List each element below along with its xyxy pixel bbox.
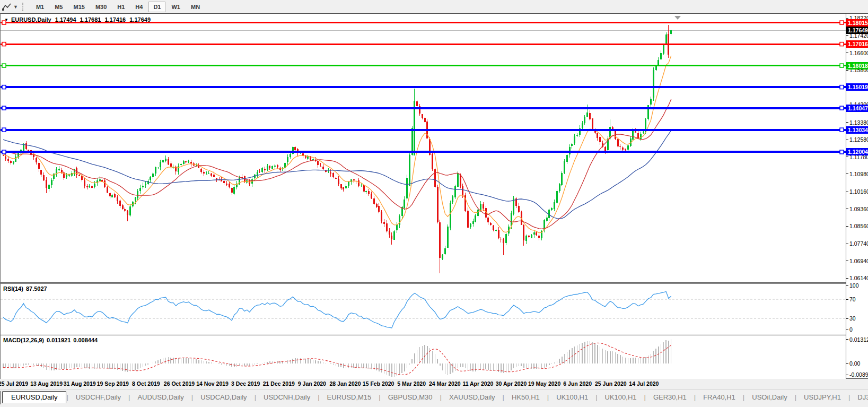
macd-scale-label: -0.00893 (849, 371, 868, 378)
axis-tick (846, 363, 848, 364)
chart-tab-uk100-h1[interactable]: UK100,H1 (598, 391, 644, 403)
rsi-value: 87.5027 (26, 285, 47, 292)
hline-handle[interactable] (840, 128, 844, 132)
chart-tab-usdchf-daily[interactable]: USDCHF,Daily (68, 391, 128, 403)
date-tick-label: 25 Jul 2019 (0, 380, 28, 387)
hline-price-badge: 1.15019 (846, 83, 868, 91)
date-tick-label: 3 Dec 2019 (231, 380, 260, 387)
hline-handle[interactable] (2, 42, 6, 46)
chart-tab-usdcad-daily[interactable]: USDCAD,Daily (193, 391, 254, 403)
timeframe-button-m15[interactable]: M15 (68, 2, 89, 12)
price-tick-label: 1.16600 (849, 50, 868, 56)
date-axis[interactable]: 25 Jul 201913 Aug 201931 Aug 201919 Sep … (0, 379, 846, 389)
candlestick-chart-canvas[interactable] (1, 14, 846, 282)
hline-handle[interactable] (840, 150, 844, 154)
hline-handle[interactable] (2, 150, 6, 154)
chart-tab-bar: EURUSD,Daily|USDCHF,Daily|AUDUSD,Daily|U… (0, 389, 868, 407)
price-axis[interactable]: 1.182201.174201.166001.158001.142001.133… (846, 13, 868, 379)
timeframe-toolbar: ▼ M1M5M15M30H1H4D1W1MN (0, 0, 868, 13)
ma-mid-red-line[interactable] (3, 99, 671, 229)
price-tick-label: 1.09360 (849, 206, 868, 212)
chart-tab-gbpusd-m30[interactable]: GBPUSD,M30 (381, 391, 440, 403)
macd-label: MACD(12,26,9)0.0119210.008444 (3, 337, 100, 343)
price-tick-label: 1.06940 (849, 258, 868, 264)
chart-dropdown-icon[interactable]: ▼ (4, 18, 8, 22)
hline-handle[interactable] (840, 64, 844, 67)
hline-handle[interactable] (2, 64, 6, 67)
date-tick-label: 13 Aug 2019 (30, 380, 63, 387)
date-tick-label: 15 Feb 2020 (363, 380, 394, 387)
chart-title: ▼EURUSD,Daily 1.17494 1.17681 1.17416 1.… (4, 16, 153, 23)
axis-tick (846, 285, 848, 286)
chart-tab-hk50-h1[interactable]: HK50,H1 (504, 391, 547, 403)
date-tick-label: 5 Mar 2020 (397, 380, 426, 387)
timeframe-button-h4[interactable]: H4 (130, 2, 147, 12)
axis-tick (846, 35, 848, 36)
timeframe-button-h1[interactable]: H1 (112, 2, 129, 12)
ma-slow-blue-line[interactable] (3, 131, 671, 219)
timeframe-buttons: M1M5M15M30H1H4D1W1MN (31, 2, 205, 12)
chart-tab-usdjpy-h1[interactable]: USDJPY,H1 (796, 391, 848, 403)
timeframe-button-w1[interactable]: W1 (166, 2, 185, 12)
chart-tab-usdcnh-daily[interactable]: USDCNH,Daily (256, 391, 318, 403)
chart-tab-usoil-daily[interactable]: USOil,Daily (744, 391, 794, 403)
chart-tab-xauusd-daily[interactable]: XAUUSD,Daily (442, 391, 503, 403)
toolbar-grip[interactable] (22, 3, 27, 11)
rsi-chart-canvas[interactable] (1, 284, 846, 334)
chart-tab-audusd-daily[interactable]: AUDUSD,Daily (130, 391, 191, 403)
hline-handle[interactable] (840, 42, 844, 46)
date-tick-label: 9 Jan 2020 (298, 380, 326, 387)
hline-handle[interactable] (840, 21, 844, 24)
macd-scale-label: 0.013121 (849, 336, 868, 343)
rsi-label: RSI(14)87.5027 (3, 285, 50, 292)
axis-tick (846, 318, 848, 319)
chart-shift-marker-icon[interactable] (674, 16, 681, 20)
hline-handle[interactable] (2, 128, 6, 132)
price-tick-label: 1.07740 (849, 240, 868, 247)
macd-main-value: 0.011921 (47, 337, 71, 343)
rsi-line (3, 292, 671, 328)
axis-tick (846, 53, 848, 53)
axis-tick (846, 209, 848, 209)
axis-tick (846, 330, 848, 330)
hline-handle[interactable] (840, 85, 844, 89)
axis-tick (846, 157, 848, 157)
hline-price-badge: 1.17016 (846, 40, 868, 48)
rsi-panel[interactable]: RSI(14)87.5027 (1, 284, 846, 334)
macd-histogram (3, 339, 671, 377)
date-tick-label: 28 Jan 2020 (330, 380, 361, 387)
date-tick-label: 30 Apr 2020 (496, 380, 527, 387)
date-tick-label: 6 Jun 2020 (563, 380, 592, 387)
macd-panel[interactable]: MACD(12,26,9)0.0119210.008444 (1, 335, 846, 379)
date-tick-label: 19 Sep 2019 (97, 380, 129, 387)
chart-symbol-label: EURUSD,Daily (11, 16, 51, 23)
price-tick-label: 1.13380 (849, 119, 868, 126)
timeframe-button-m30[interactable]: M30 (91, 2, 111, 12)
timeframe-button-mn[interactable]: MN (186, 2, 205, 12)
hline-handle[interactable] (840, 106, 844, 110)
chart-tab-eurusd-daily[interactable]: EURUSD,Daily (2, 391, 66, 403)
hline-handle[interactable] (2, 106, 6, 110)
chart-tab-ger30-h1[interactable]: GER30,H1 (646, 391, 694, 403)
hline-price-badge: 1.18015 (846, 19, 868, 27)
chart-tab-dj30-m15[interactable]: DJ30,M15 (850, 391, 868, 403)
axis-tick (846, 299, 848, 300)
hline-handle[interactable] (2, 85, 6, 89)
date-tick-label: 14 Jul 2020 (629, 380, 659, 387)
macd-signal-line (3, 343, 671, 375)
chart-tab-fra40-h1[interactable]: FRA40,H1 (696, 391, 743, 403)
chart-tab-eurusd-m15[interactable]: EURUSD,M15 (320, 391, 379, 403)
draw-tool-caret-icon[interactable]: ▼ (13, 4, 18, 10)
main-chart-panel[interactable]: ▼EURUSD,Daily 1.17494 1.17681 1.17416 1.… (1, 14, 846, 282)
tab-edge-notch[interactable] (0, 391, 1, 404)
ohlc-open: 1.17494 (55, 16, 76, 23)
timeframe-button-m5[interactable]: M5 (50, 2, 67, 12)
chart-tab-uk100-h1[interactable]: UK100,H1 (549, 391, 595, 403)
draw-tool-icon[interactable] (2, 2, 12, 12)
axis-tick (846, 244, 848, 244)
hline-price-badge: 1.13034 (846, 126, 868, 134)
timeframe-button-m1[interactable]: M1 (31, 2, 49, 12)
macd-chart-canvas[interactable] (1, 335, 846, 379)
timeframe-button-d1[interactable]: D1 (148, 2, 165, 12)
rsi-scale-label: 30 (849, 315, 856, 322)
